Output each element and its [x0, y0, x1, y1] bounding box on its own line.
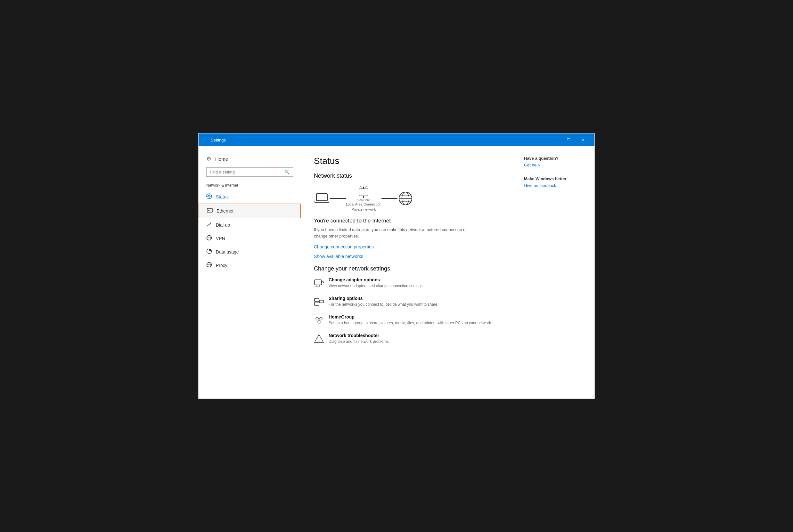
connected-sub: If you have a limited data plan, you can…	[314, 227, 474, 239]
status-icon	[206, 193, 212, 201]
homegroup-title: HomeGroup	[329, 314, 492, 320]
svg-line-48	[320, 320, 320, 321]
sidebar-item-proxy[interactable]: Proxy	[199, 259, 301, 272]
internet-icon	[398, 190, 413, 207]
svg-point-1	[208, 195, 210, 197]
connected-heading: You're connected to the Internet	[314, 218, 505, 224]
minimize-button[interactable]: —	[547, 133, 561, 146]
network-diagram: Local Area Connection Local Area Connect…	[314, 186, 505, 211]
search-box[interactable]: 🔍	[206, 167, 293, 177]
svg-rect-34	[321, 282, 324, 283]
troubleshooter-option: Network troubleshooter Diagnose and fix …	[314, 333, 505, 345]
sharing-option: Sharing options For the networks you con…	[314, 296, 505, 308]
window-controls: — ❐ ✕	[547, 133, 591, 146]
sidebar-section-title: Network & Internet	[199, 183, 301, 190]
troubleshooter-text: Network troubleshooter Diagnose and fix …	[329, 333, 390, 344]
svg-line-24	[361, 186, 362, 187]
laptop-icon	[314, 192, 330, 205]
restore-button[interactable]: ❐	[561, 133, 576, 146]
sharing-desc: For the networks you connect to, decide …	[329, 302, 439, 307]
svg-rect-20	[316, 194, 327, 201]
adapter-text: Change adapter options View network adap…	[329, 277, 424, 289]
svg-rect-38	[314, 298, 319, 302]
sharing-icon	[314, 297, 324, 308]
svg-point-10	[207, 225, 208, 226]
sharing-text: Sharing options For the networks you con…	[329, 296, 439, 307]
home-icon: ⚙	[206, 155, 211, 162]
network-label-line1: Local Area Connection	[346, 202, 382, 206]
close-button[interactable]: ✕	[576, 133, 591, 146]
svg-rect-40	[320, 300, 324, 303]
help-section: Have a question? Get help	[524, 156, 588, 167]
sidebar-item-label-datausage: Data usage	[216, 249, 239, 254]
give-feedback-link[interactable]: Give us feedback	[524, 183, 588, 188]
search-icon: 🔍	[284, 170, 290, 174]
adapter-desc: View network adapters and change connect…	[329, 283, 424, 289]
sidebar-item-status[interactable]: Status	[199, 190, 301, 204]
svg-point-43	[316, 318, 318, 320]
sidebar: ⚙ Home 🔍 Network & Internet Status Ether…	[199, 146, 301, 399]
sharing-title: Sharing options	[329, 296, 439, 301]
svg-point-11	[209, 224, 210, 225]
get-help-link[interactable]: Get help	[524, 163, 588, 167]
change-connection-link[interactable]: Change connection properties	[314, 244, 505, 249]
feedback-section: Make Windows better Give us feedback	[524, 176, 588, 188]
ethernet-icon	[207, 207, 213, 214]
sidebar-item-home[interactable]: ⚙ Home	[199, 153, 301, 167]
adapter-option: Change adapter options View network adap…	[314, 277, 505, 289]
feedback-heading: Make Windows better	[524, 176, 588, 181]
sidebar-item-label-ethernet: Ethernet	[217, 208, 234, 213]
homegroup-option: HomeGroup Set up a homegroup to share pi…	[314, 314, 505, 326]
adapter-title: Change adapter options	[329, 277, 424, 282]
network-status-title: Network status	[314, 173, 505, 179]
homegroup-icon	[314, 315, 324, 326]
main-content: ⚙ Home 🔍 Network & Internet Status Ether…	[199, 146, 594, 399]
homegroup-desc: Set up a homegroup to share pictures, mu…	[329, 320, 492, 326]
troubleshooter-icon	[314, 334, 324, 345]
sidebar-item-datausage[interactable]: Data usage	[199, 245, 301, 259]
titlebar: ← Settings — ❐ ✕	[199, 133, 594, 146]
content-area: Status Network status	[301, 146, 518, 399]
right-panel: Have a question? Get help Make Windows b…	[518, 146, 594, 399]
homegroup-text: HomeGroup Set up a homegroup to share pi…	[329, 314, 492, 326]
svg-line-25	[365, 186, 366, 187]
sidebar-item-label-vpn: VPN	[216, 236, 225, 241]
settings-window: ← Settings — ❐ ✕ ⚙ Home 🔍 Network & Inte…	[198, 133, 595, 399]
svg-line-47	[318, 320, 318, 321]
troubleshooter-title: Network troubleshooter	[329, 333, 390, 338]
back-button[interactable]: ←	[202, 137, 207, 143]
sidebar-item-label-status: Status	[216, 194, 229, 200]
svg-text:Local Area Connection: Local Area Connection	[357, 198, 370, 202]
svg-point-45	[318, 321, 320, 323]
svg-rect-39	[314, 302, 319, 305]
network-label-line2: Private network	[351, 207, 376, 211]
help-heading: Have a question?	[524, 156, 588, 161]
troubleshooter-desc: Diagnose and fix network problems.	[329, 339, 390, 344]
sidebar-item-dialup[interactable]: Dial-up	[199, 218, 301, 232]
svg-rect-21	[315, 201, 329, 202]
dialup-icon	[206, 222, 212, 229]
vpn-icon	[206, 235, 212, 242]
connection-line-1	[330, 198, 346, 199]
home-label: Home	[215, 156, 228, 162]
sidebar-item-label-proxy: Proxy	[216, 263, 227, 268]
proxy-icon	[206, 262, 212, 269]
svg-point-12	[210, 223, 211, 224]
svg-point-44	[320, 318, 322, 320]
show-networks-link[interactable]: Show available networks	[314, 254, 505, 259]
connection-line-2	[382, 198, 398, 199]
svg-rect-33	[314, 280, 321, 285]
sidebar-item-label-dialup: Dial-up	[216, 223, 230, 228]
adapter-icon	[314, 278, 324, 289]
sidebar-item-ethernet[interactable]: Ethernet	[199, 204, 301, 218]
change-settings-title: Change your network settings	[314, 265, 505, 272]
router-icon: Local Area Connection Local Area Connect…	[346, 186, 382, 211]
search-input[interactable]	[210, 170, 284, 174]
svg-rect-22	[359, 189, 368, 196]
sidebar-item-vpn[interactable]: VPN	[199, 232, 301, 245]
datausage-icon	[206, 248, 212, 255]
titlebar-title: Settings	[211, 138, 226, 142]
svg-point-51	[319, 341, 319, 342]
page-title: Status	[314, 156, 505, 166]
